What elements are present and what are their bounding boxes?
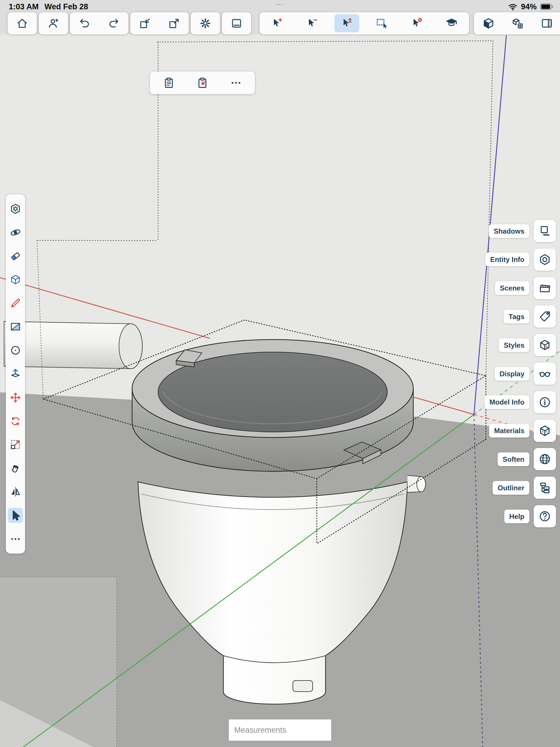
panel-label-model-info[interactable]: Model Info xyxy=(484,395,529,409)
tags-icon xyxy=(538,310,552,323)
orbit-button[interactable] xyxy=(6,222,25,243)
panel-row-materials: Materials xyxy=(489,420,556,442)
panel-row-model-info: Model Info xyxy=(484,391,556,413)
scale-button[interactable] xyxy=(6,434,25,455)
instructor-button[interactable] xyxy=(434,12,469,34)
panel-label-scenes[interactable]: Scenes xyxy=(495,281,529,295)
panels-icon xyxy=(540,17,553,30)
add-to-selection-button[interactable] xyxy=(260,12,295,34)
keyboard-hide-icon xyxy=(230,17,243,30)
home-icon xyxy=(16,17,29,30)
panel-button-soften[interactable] xyxy=(534,448,556,470)
select-none-icon xyxy=(410,17,423,30)
panel-button-model-info[interactable] xyxy=(534,391,556,413)
more-tools-button[interactable] xyxy=(6,529,25,549)
viewport-canvas[interactable] xyxy=(0,0,560,747)
panel-row-display: Display xyxy=(495,363,556,385)
toolbar-selection-modes xyxy=(260,12,469,34)
paste-in-place-button[interactable] xyxy=(188,72,217,94)
panel-label-help[interactable]: Help xyxy=(504,510,529,523)
orbit-icon xyxy=(9,226,22,239)
hide-keyboard-button[interactable] xyxy=(222,12,251,34)
status-bar-right: 94% xyxy=(508,2,554,11)
deselect-button[interactable] xyxy=(399,12,434,34)
panel-label-styles[interactable]: Styles xyxy=(499,338,529,352)
select-plus-icon xyxy=(271,17,283,30)
multitask-handle[interactable]: ⋯ xyxy=(0,1,560,8)
rotate-button[interactable] xyxy=(6,411,25,432)
eraser-button[interactable] xyxy=(6,246,25,266)
paste-icon xyxy=(162,76,175,89)
ellipsis-icon xyxy=(9,533,22,545)
toolbar-right xyxy=(474,12,560,34)
panel-button-shadows[interactable] xyxy=(534,220,556,242)
solid-tools-button[interactable] xyxy=(474,12,503,34)
panel-label-outliner[interactable]: Outliner xyxy=(493,481,529,495)
circle-center-icon xyxy=(9,344,22,356)
redo-button[interactable] xyxy=(99,12,128,34)
panel-row-soften: Soften xyxy=(498,448,556,470)
push-pull-icon xyxy=(9,368,22,380)
toolbar-group-2 xyxy=(70,12,128,34)
panel-row-scenes: Scenes xyxy=(495,277,556,299)
marquee-select-button[interactable] xyxy=(364,12,399,34)
panel-button-outliner[interactable] xyxy=(534,476,556,499)
pencil-button[interactable] xyxy=(6,292,25,314)
shape-tools-button[interactable] xyxy=(6,198,25,220)
outliner-icon xyxy=(538,481,552,494)
panel-label-entity-info[interactable]: Entity Info xyxy=(485,253,529,266)
toggle-selection-button[interactable] xyxy=(329,12,364,34)
hex-gear-icon xyxy=(9,203,22,215)
push-pull-button[interactable] xyxy=(6,363,25,384)
select-minus-icon xyxy=(306,17,319,30)
panel-button-scenes[interactable] xyxy=(534,277,556,299)
panel-label-materials[interactable]: Materials xyxy=(489,424,529,438)
collaborate-button[interactable] xyxy=(39,12,68,34)
draw-box-button[interactable] xyxy=(6,269,25,290)
undo-button[interactable] xyxy=(70,12,99,34)
paste-button[interactable] xyxy=(154,72,183,94)
person-add-icon xyxy=(47,17,60,30)
subtract-from-selection-button[interactable] xyxy=(295,12,330,34)
panel-button-display[interactable] xyxy=(534,363,556,385)
panel-button-help[interactable] xyxy=(534,505,556,527)
panel-button-materials[interactable] xyxy=(534,420,556,442)
rotate-icon xyxy=(9,415,22,427)
panel-row-tags: Tags xyxy=(504,305,556,328)
rect-draw-icon xyxy=(9,320,22,333)
panel-label-display[interactable]: Display xyxy=(495,367,529,381)
battery-percent: 94% xyxy=(521,2,537,11)
panel-label-tags[interactable]: Tags xyxy=(504,310,529,324)
panel-button-styles[interactable] xyxy=(534,334,556,356)
select-button[interactable] xyxy=(6,505,25,526)
paint-bucket-button[interactable] xyxy=(6,458,25,479)
panel-button-tags[interactable] xyxy=(534,305,556,328)
toolbar-left xyxy=(7,12,251,34)
home-button[interactable] xyxy=(7,12,37,34)
circle-button[interactable] xyxy=(6,340,25,361)
measurements-input[interactable] xyxy=(229,719,331,741)
components-button[interactable] xyxy=(503,12,532,34)
cube-icon xyxy=(482,17,495,30)
panels-button[interactable] xyxy=(532,12,560,34)
model-ring[interactable] xyxy=(132,339,413,471)
pencil-icon xyxy=(9,297,22,309)
gear-icon xyxy=(199,17,212,30)
panel-label-soften[interactable]: Soften xyxy=(498,453,529,466)
import-button[interactable] xyxy=(130,12,159,34)
more-options-button[interactable] xyxy=(221,72,251,94)
settings-button[interactable] xyxy=(191,12,220,34)
move-icon xyxy=(9,391,22,404)
paste-in-place-icon xyxy=(196,76,209,89)
panel-row-shadows: Shadows xyxy=(489,220,556,242)
panel-row-outliner: Outliner xyxy=(493,476,556,499)
panel-label-shadows[interactable]: Shadows xyxy=(489,224,529,238)
flip-button[interactable] xyxy=(6,481,25,502)
export-share-button[interactable] xyxy=(159,12,189,34)
soften-icon xyxy=(538,453,552,466)
eraser-icon xyxy=(9,250,22,262)
tool-palette xyxy=(6,194,25,553)
move-button[interactable] xyxy=(6,387,25,408)
panel-button-entity-info[interactable] xyxy=(534,249,556,271)
rectangle-button[interactable] xyxy=(6,316,25,337)
